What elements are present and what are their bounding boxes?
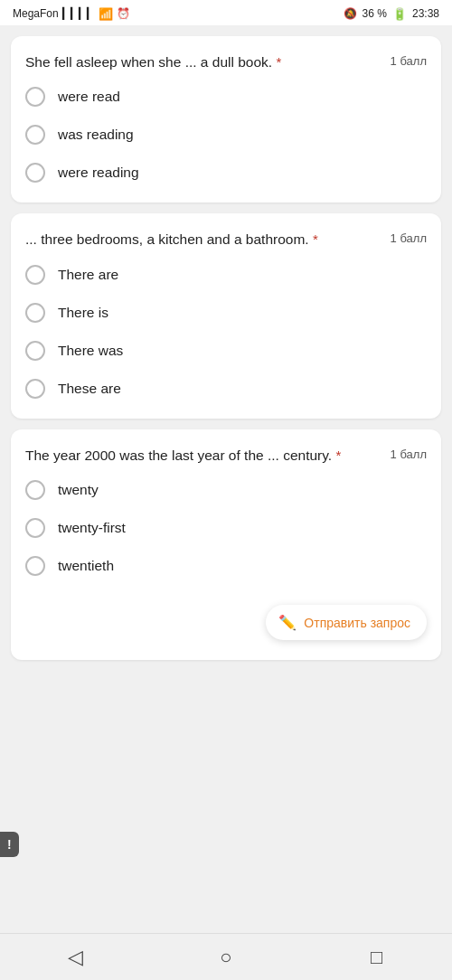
radio-q1o2[interactable]: [25, 125, 45, 145]
points-label-2: 1 балл: [391, 231, 427, 245]
wifi-icon: 📶: [99, 7, 113, 21]
send-request-button[interactable]: ✏️ Отправить запрос: [266, 605, 427, 640]
back-button[interactable]: ◁: [48, 946, 102, 969]
option-label-q2o3: There was: [58, 343, 123, 359]
radio-q1o3[interactable]: [25, 163, 45, 183]
option-label-q3o1: twenty: [58, 482, 99, 498]
question-card-1: She fell asleep when she ... a dull book…: [11, 36, 441, 203]
home-button[interactable]: ○: [199, 946, 253, 969]
status-right: 🔕 36 % 🔋 23:38: [344, 7, 439, 21]
option-label-q3o3: twentieth: [58, 558, 114, 574]
question-text-1: She fell asleep when she ... a dull book…: [25, 52, 381, 72]
option-q2o1[interactable]: There are: [25, 265, 427, 285]
radio-q3o2[interactable]: [25, 518, 45, 538]
radio-q3o3[interactable]: [25, 556, 45, 576]
option-q1o3[interactable]: were reading: [25, 163, 427, 183]
option-q2o4[interactable]: These are: [25, 379, 427, 399]
battery-icon: 🔋: [392, 7, 407, 21]
option-q3o3[interactable]: twentieth: [25, 556, 427, 576]
battery-percent: 36 %: [363, 7, 387, 20]
bottom-nav: ◁ ○ □: [0, 933, 452, 980]
notification-icon: 🔕: [344, 7, 357, 20]
radio-q2o1[interactable]: [25, 265, 45, 285]
option-label-q2o2: There is: [58, 305, 108, 321]
option-label-q1o1: were read: [58, 89, 120, 105]
question-text-2: ... three bedrooms, a kitchen and a bath…: [25, 230, 381, 250]
card-header-3: The year 2000 was the last year of the .…: [25, 446, 427, 466]
send-request-label: Отправить запрос: [304, 616, 410, 630]
question-text-3: The year 2000 was the last year of the .…: [25, 446, 381, 466]
option-q1o1[interactable]: were read: [25, 87, 427, 107]
option-label-q2o4: These are: [58, 381, 121, 397]
time-label: 23:38: [412, 7, 439, 20]
radio-q2o2[interactable]: [25, 303, 45, 323]
status-left: MegaFon ▎▎▎▎ 📶 ⏰: [13, 7, 130, 21]
status-bar: MegaFon ▎▎▎▎ 📶 ⏰ 🔕 36 % 🔋 23:38: [0, 0, 452, 25]
radio-q2o4[interactable]: [25, 379, 45, 399]
option-label-q1o3: were reading: [58, 165, 139, 181]
points-label-1: 1 балл: [391, 54, 427, 68]
question-card-3: The year 2000 was the last year of the .…: [11, 429, 441, 660]
option-label-q2o1: There are: [58, 267, 118, 283]
option-q3o2[interactable]: twenty-first: [25, 518, 427, 538]
required-star-1: *: [276, 54, 281, 70]
option-q3o1[interactable]: twenty: [25, 480, 427, 500]
alarm-icon: ⏰: [117, 7, 130, 20]
signal-icon: ▎▎▎▎: [62, 7, 95, 20]
send-icon: ✏️: [278, 614, 297, 631]
option-label-q3o2: twenty-first: [58, 520, 126, 536]
option-q1o2[interactable]: was reading: [25, 125, 427, 145]
points-label-3: 1 балл: [391, 448, 427, 461]
card-header-2: ... three bedrooms, a kitchen and a bath…: [25, 230, 427, 250]
question-card-2: ... three bedrooms, a kitchen and a bath…: [11, 213, 441, 418]
option-label-q1o2: was reading: [58, 127, 134, 143]
carrier-label: MegaFon: [13, 7, 59, 20]
recent-button[interactable]: □: [350, 946, 404, 969]
radio-q2o3[interactable]: [25, 341, 45, 361]
hint-button[interactable]: !: [0, 832, 19, 857]
main-content: She fell asleep when she ... a dull book…: [0, 25, 452, 926]
required-star-2: *: [313, 231, 318, 247]
radio-q3o1[interactable]: [25, 480, 45, 500]
required-star-3: *: [335, 448, 341, 463]
radio-q1o1[interactable]: [25, 87, 45, 107]
option-q2o2[interactable]: There is: [25, 303, 427, 323]
card-header-1: She fell asleep when she ... a dull book…: [25, 52, 427, 72]
option-q2o3[interactable]: There was: [25, 341, 427, 361]
